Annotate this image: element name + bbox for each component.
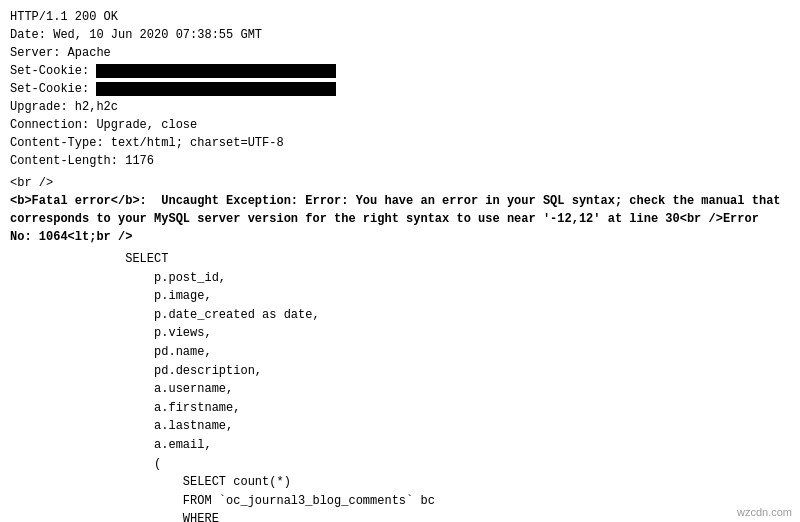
content-length-line: Content-Length: 1176 — [10, 152, 790, 170]
set-cookie-2-label: Set-Cookie: — [10, 82, 96, 96]
connection-line: Connection: Upgrade, close — [10, 116, 790, 134]
date-line: Date: Wed, 10 Jun 2020 07:38:55 GMT — [10, 26, 790, 44]
header-section: HTTP/1.1 200 OK Date: Wed, 10 Jun 2020 0… — [10, 8, 790, 170]
br-tag: <br /> — [10, 174, 790, 192]
content-type-line: Content-Type: text/html; charset=UTF-8 — [10, 134, 790, 152]
set-cookie-1-line: Set-Cookie: — [10, 62, 790, 80]
watermark: wzcdn.com — [737, 506, 792, 518]
fatal-error-line: <b>Fatal error</b>: Uncaught Exception: … — [10, 192, 790, 246]
http-status-line: HTTP/1.1 200 OK — [10, 8, 790, 26]
server-line: Server: Apache — [10, 44, 790, 62]
sql-block: SELECT p.post_id, p.image, p.date_create… — [10, 250, 790, 522]
fatal-error-bold: <b>Fatal error</b>: — [10, 194, 147, 208]
error-section: <br /> <b>Fatal error</b>: Uncaught Exce… — [10, 174, 790, 522]
set-cookie-2-line: Set-Cookie: — [10, 80, 790, 98]
cookie-1-redacted — [96, 64, 336, 78]
cookie-2-redacted — [96, 82, 336, 96]
page-container: HTTP/1.1 200 OK Date: Wed, 10 Jun 2020 0… — [0, 0, 800, 522]
upgrade-line: Upgrade: h2,h2c — [10, 98, 790, 116]
set-cookie-1-label: Set-Cookie: — [10, 64, 96, 78]
